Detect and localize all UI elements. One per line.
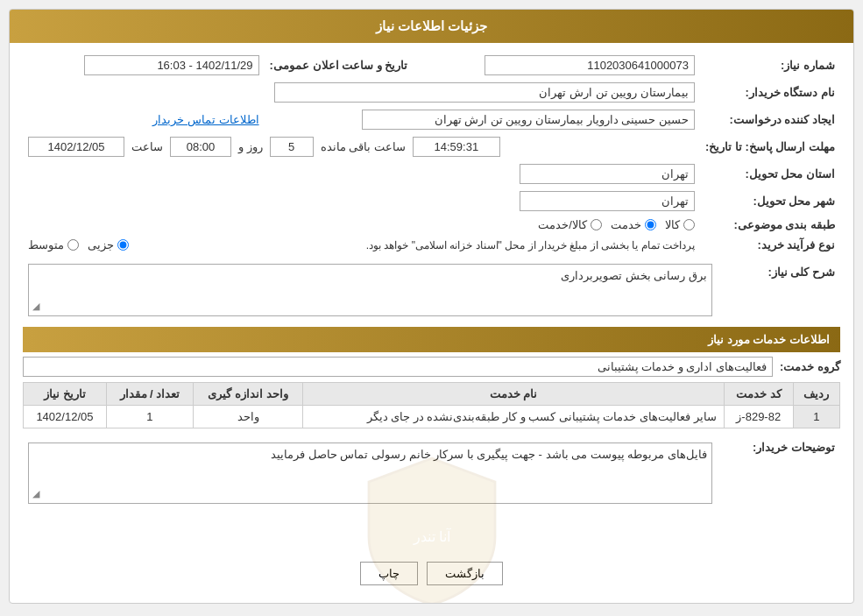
page-title: جزئیات اطلاعات نیاز	[376, 18, 487, 33]
col-vahed: واحد اندازه گیری	[194, 383, 303, 406]
shomara-niaz-label: شماره نیاز:	[700, 52, 840, 79]
ijad-label: ایجاد کننده درخواست:	[700, 106, 840, 133]
khadamat-label: اطلاعات خدمات مورد نیاز	[708, 333, 830, 346]
noe-motavaset-option[interactable]: متوسط	[28, 238, 79, 251]
watermark-area: آنا تندر	[23, 507, 840, 551]
ostan-value: تهران	[520, 164, 695, 184]
ijad-link[interactable]: اطلاعات تماس خریدار	[152, 113, 258, 126]
mohlat-saat-label: ساعت	[131, 140, 163, 153]
noe-label: نوع فرآیند خرید:	[700, 235, 840, 255]
resize-icon: ◢	[32, 301, 39, 312]
col-radif: ردیف	[793, 383, 839, 406]
page-header: جزئیات اطلاعات نیاز	[10, 10, 853, 43]
tabaghe-khedmat-label: خدمت	[611, 218, 641, 231]
cell-tedad: 1	[106, 406, 193, 428]
mohlat-remaining-value: 14:59:31	[413, 137, 500, 157]
mohlat-remaining-label: ساعت باقی مانده	[321, 140, 406, 153]
sharh-box: برق رسانی بخش تصویربرداری ◢	[28, 264, 712, 316]
noe-motavaset-label: متوسط	[28, 238, 64, 251]
tabaghe-kala-option[interactable]: کالا	[665, 218, 695, 231]
grouh-value: فعالیت‌های اداری و خدمات پشتیبانی	[23, 357, 773, 377]
tabaghe-kala-label: کالا	[665, 218, 680, 231]
table-row: 1 829-82-ز سایر فعالیت‌های خدمات پشتیبان…	[24, 406, 840, 428]
bottom-buttons: بازگشت چاپ	[23, 562, 840, 594]
mohlat-rooz-value: 5	[270, 137, 314, 157]
mohlat-rooz-label: روز و	[238, 140, 263, 153]
shahr-label: شهر محل تحویل:	[700, 188, 840, 215]
tabaghe-label: طبقه بندی موضوعی:	[700, 215, 840, 235]
grouh-label: گروه خدمت:	[780, 360, 840, 373]
services-table: ردیف کد خدمت نام خدمت واحد اندازه گیری ت…	[23, 382, 840, 428]
noe-jozi-label: جزیی	[88, 238, 114, 251]
khadamat-section-header: اطلاعات خدمات مورد نیاز	[23, 327, 840, 352]
sharh-value: برق رسانی بخش تصویربرداری	[561, 269, 707, 282]
mohlat-label: مهلت ارسال پاسخ: تا تاریخ:	[700, 133, 840, 160]
cell-nam: سایر فعالیت‌های خدمات پشتیبانی کسب و کار…	[303, 406, 725, 428]
grouh-row: گروه خدمت: فعالیت‌های اداری و خدمات پشتی…	[23, 357, 840, 377]
cell-kod: 829-82-ز	[724, 406, 793, 428]
tarikh-value: 1402/11/29 - 16:03	[84, 55, 259, 75]
mohlat-date: 1402/12/05	[28, 137, 124, 157]
toz-box: فایل‌های مربوطه پیوست می باشد - جهت پیگی…	[28, 443, 712, 504]
toz-value: فایل‌های مربوطه پیوست می باشد - جهت پیگی…	[271, 448, 707, 461]
sharh-label: شرح کلی نیاز:	[718, 260, 840, 320]
svg-text:آنا تندر: آنا تندر	[412, 527, 451, 545]
toz-label: توضیحات خریدار:	[718, 435, 840, 507]
col-kod: کد خدمت	[724, 383, 793, 406]
nam-dastgah-value: بیمارستان رویین تن ارش تهران	[274, 82, 695, 103]
col-tedad: تعداد / مقدار	[106, 383, 193, 406]
tabaghe-kala-khedmat-option[interactable]: کالا/خدمت	[538, 218, 602, 231]
shahr-value: تهران	[520, 191, 695, 211]
ostan-label: استان محل تحویل:	[700, 160, 840, 188]
ijad-value: حسین حسینی دارویار بیمارستان رویین تن ار…	[362, 110, 695, 130]
mohlat-saat-value: 08:00	[170, 137, 231, 157]
col-nam: نام خدمت	[303, 383, 725, 406]
noe-jozi-option[interactable]: جزیی	[88, 238, 129, 251]
shomara-niaz-value: 1102030641000073	[485, 55, 695, 75]
cell-tarikh: 1402/12/05	[24, 406, 107, 428]
noe-description: پرداخت تمام یا بخشی از مبلغ خریدار از مح…	[139, 239, 695, 251]
toz-resize-icon: ◢	[32, 488, 39, 499]
nam-dastgah-label: نام دستگاه خریدار:	[700, 79, 840, 106]
print-button[interactable]: چاپ	[360, 562, 418, 585]
tabaghe-khedmat-option[interactable]: خدمت	[611, 218, 656, 231]
col-tarikh: تاریخ نیاز	[24, 383, 107, 406]
cell-vahed: واحد	[194, 406, 303, 428]
tarikh-label: تاریخ و ساعت اعلان عمومی:	[265, 52, 414, 79]
tabaghe-kala-khedmat-label: کالا/خدمت	[538, 218, 587, 231]
cell-radif: 1	[793, 406, 839, 428]
back-button[interactable]: بازگشت	[427, 562, 503, 585]
